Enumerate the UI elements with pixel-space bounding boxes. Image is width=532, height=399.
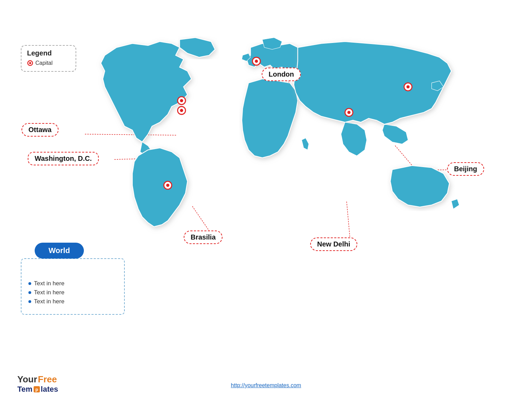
svg-point-12 — [180, 99, 183, 102]
bullet-3 — [28, 300, 31, 303]
svg-point-16 — [255, 60, 258, 63]
svg-point-22 — [407, 85, 410, 88]
bullet-2 — [28, 291, 31, 294]
text-item-3: Text in here — [28, 298, 117, 305]
capital-icon — [27, 60, 33, 66]
capital-label: Capital — [35, 60, 53, 66]
world-text-box: Text in here Text in here Text in here — [21, 258, 125, 315]
footer-link[interactable]: http://yourfreetemplates.com — [231, 382, 301, 389]
svg-point-10 — [29, 62, 31, 64]
text-item-2: Text in here — [28, 289, 117, 296]
logo: Your Free Tem p lates — [17, 374, 58, 394]
logo-your: Your — [17, 374, 37, 385]
text-item-1: Text in here — [28, 280, 117, 287]
logo-free: Free — [38, 374, 57, 385]
bullet-1 — [28, 282, 31, 285]
logo-lates: lates — [41, 385, 58, 394]
legend-title: Legend — [27, 49, 69, 57]
new-delhi-label: New Delhi — [310, 237, 357, 251]
beijing-label: Beijing — [447, 162, 484, 176]
svg-point-14 — [180, 109, 183, 112]
svg-text:p: p — [35, 387, 38, 392]
brasilia-label: Brasilia — [184, 231, 223, 244]
world-button[interactable]: World — [35, 243, 84, 259]
footer: http://yourfreetemplates.com — [0, 382, 532, 389]
svg-point-20 — [347, 111, 350, 114]
svg-point-18 — [166, 184, 169, 187]
ottawa-label: Ottawa — [21, 123, 59, 137]
washington-label: Washington, D.C. — [28, 152, 99, 165]
logo-tem: Tem — [17, 385, 33, 394]
london-label: London — [262, 68, 301, 81]
text-list: Text in here Text in here Text in here — [28, 280, 117, 305]
legend-box: Legend Capital — [21, 45, 76, 72]
legend-capital-item: Capital — [27, 60, 69, 66]
logo-plate-icon: p — [33, 385, 41, 393]
